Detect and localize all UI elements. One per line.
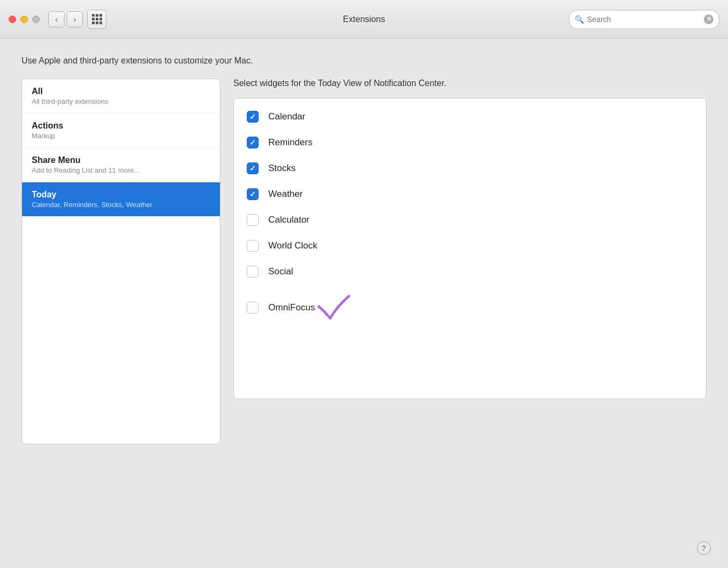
- reminders-checkbox[interactable]: ✓: [247, 137, 259, 148]
- stocks-checkbox[interactable]: ✓: [247, 162, 259, 174]
- window-title: Extensions: [343, 15, 385, 24]
- sidebar-item-all-title: All: [32, 87, 210, 96]
- widgets-container: ✓ Calendar ✓ Reminders ✓ Stocks: [233, 98, 706, 399]
- stocks-label: Stocks: [268, 163, 296, 174]
- sidebar-item-actions-title: Actions: [32, 121, 210, 131]
- back-icon: ‹: [55, 15, 58, 24]
- traffic-lights: [9, 16, 40, 23]
- widget-row-weather: ✓ Weather: [234, 181, 706, 207]
- sidebar-item-today-title: Today: [32, 190, 210, 200]
- right-panel: Select widgets for the Today View of Not…: [233, 79, 706, 444]
- nav-buttons: ‹ ›: [48, 11, 83, 27]
- widget-row-calendar: ✓ Calendar: [234, 104, 706, 130]
- calendar-label: Calendar: [268, 111, 305, 122]
- back-button[interactable]: ‹: [48, 11, 65, 27]
- widget-row-omnifocus: OmniFocus: [234, 285, 706, 331]
- main-content: Use Apple and third-party extensions to …: [0, 39, 728, 568]
- social-label: Social: [268, 266, 293, 277]
- reminders-label: Reminders: [268, 137, 312, 148]
- sidebar-item-today[interactable]: Today Calendar, Reminders, Stocks, Weath…: [22, 182, 220, 216]
- widget-row-world-clock: World Clock: [234, 233, 706, 259]
- right-description: Select widgets for the Today View of Not…: [233, 79, 706, 88]
- sidebar-item-actions[interactable]: Actions Markup: [22, 113, 220, 148]
- widget-row-social: Social: [234, 259, 706, 285]
- widget-row-stocks: ✓ Stocks: [234, 155, 706, 181]
- calculator-checkbox[interactable]: [247, 214, 259, 226]
- social-checkbox[interactable]: [247, 266, 259, 278]
- close-button[interactable]: [9, 16, 16, 23]
- check-icon: ✓: [249, 113, 256, 120]
- grid-icon: [92, 14, 102, 24]
- page-description: Use Apple and third-party extensions to …: [22, 56, 706, 66]
- weather-label: Weather: [268, 189, 303, 200]
- sidebar-item-share-menu-subtitle: Add to Reading List and 11 more...: [32, 166, 210, 174]
- world-clock-label: World Clock: [268, 240, 317, 251]
- grid-view-button[interactable]: [87, 10, 106, 29]
- sidebar-item-all[interactable]: All All third-party extensions: [22, 79, 220, 113]
- widget-row-calculator: Calculator: [234, 207, 706, 233]
- panels: All All third-party extensions Actions M…: [22, 79, 706, 444]
- omnifocus-checkbox[interactable]: [247, 302, 259, 314]
- zoom-button[interactable]: [32, 16, 40, 23]
- search-input[interactable]: [587, 15, 704, 24]
- check-icon: ✓: [249, 165, 256, 172]
- annotation-checkmark: [315, 292, 353, 324]
- search-bar: 🔍 ✕: [569, 10, 719, 29]
- forward-icon: ›: [74, 15, 76, 24]
- sidebar-item-share-menu[interactable]: Share Menu Add to Reading List and 11 mo…: [22, 148, 220, 182]
- help-button[interactable]: ?: [697, 541, 711, 555]
- widget-row-reminders: ✓ Reminders: [234, 130, 706, 155]
- calendar-checkbox[interactable]: ✓: [247, 111, 259, 123]
- world-clock-checkbox[interactable]: [247, 240, 259, 252]
- omnifocus-label: OmniFocus: [268, 302, 315, 313]
- search-icon: 🔍: [575, 15, 584, 24]
- sidebar-item-share-menu-title: Share Menu: [32, 155, 210, 165]
- sidebar: All All third-party extensions Actions M…: [22, 79, 220, 444]
- sidebar-item-actions-subtitle: Markup: [32, 132, 210, 140]
- calculator-label: Calculator: [268, 215, 310, 225]
- check-icon: ✓: [249, 190, 256, 198]
- forward-button[interactable]: ›: [67, 11, 83, 27]
- sidebar-item-all-subtitle: All third-party extensions: [32, 97, 210, 105]
- weather-checkbox[interactable]: ✓: [247, 188, 259, 200]
- title-bar: ‹ › Extensions 🔍 ✕: [0, 0, 728, 39]
- search-clear-button[interactable]: ✕: [704, 15, 713, 24]
- help-icon: ?: [702, 544, 706, 552]
- sidebar-item-today-subtitle: Calendar, Reminders, Stocks, Weather: [32, 201, 210, 209]
- check-icon: ✓: [249, 139, 256, 146]
- minimize-button[interactable]: [20, 16, 28, 23]
